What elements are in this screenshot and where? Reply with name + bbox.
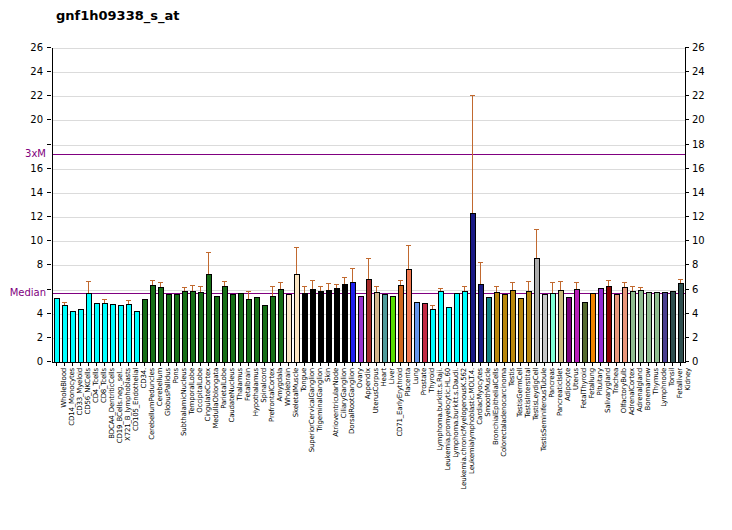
error-bar: [472, 95, 473, 213]
x-tick-mark: [324, 362, 332, 367]
y-tick-label: 20: [692, 114, 705, 125]
bar-FetalThyroid: [574, 289, 580, 362]
error-bar: [304, 286, 305, 293]
error-bar: [352, 268, 353, 282]
bar-slot: [205, 48, 213, 362]
y-tick-label: 20: [30, 114, 43, 125]
y-tick-label: 10: [30, 235, 43, 246]
error-bar-cap: [342, 277, 347, 278]
x-label-slot: Pancreas: [540, 368, 548, 528]
error-bar: [248, 291, 249, 299]
x-label-slot: TestisLeydigCell: [524, 368, 532, 528]
x-label-slot: Colorectaladenocarcinoma: [492, 368, 500, 528]
bar-Amygdala: [270, 296, 276, 362]
x-label-slot: BronchialEpithelialCells: [484, 368, 492, 528]
error-bar-cap: [102, 299, 107, 300]
bar-slot: [253, 48, 261, 362]
x-tick-mark: [364, 362, 372, 367]
error-bar-cap: [462, 286, 467, 287]
y-tick-label: 8: [692, 259, 698, 270]
bar-slot: [533, 48, 541, 362]
bar-Lung: [406, 269, 412, 362]
x-tick-mark: [268, 362, 276, 367]
x-tick-mark: [156, 362, 164, 367]
bar-slot: [365, 48, 373, 362]
bar-slot: [125, 48, 133, 362]
bar-slot: [525, 48, 533, 362]
bar-slot: [333, 48, 341, 362]
y-tick-label: 0: [692, 356, 698, 367]
x-label-slot: AtrioventricularNode: [324, 368, 332, 528]
x-label-slot: Leukemia.promyelocytic.HL.60: [436, 368, 444, 528]
bar-slot: [149, 48, 157, 362]
error-bar-cap: [270, 286, 275, 287]
error-bar-cap: [510, 282, 515, 283]
x-label-slot: SubthalamicNucleus: [172, 368, 180, 528]
error-bar-cap: [622, 282, 627, 283]
bar-slot: [197, 48, 205, 362]
error-bar-cap: [574, 282, 579, 283]
error-bar: [560, 281, 561, 289]
chart-title: gnf1h09338_s_at: [56, 8, 179, 23]
y-tick-label: 14: [30, 187, 43, 198]
x-label-slot: CD71_EarlyErythroid: [388, 368, 396, 528]
bar-CD14_Monocytes: [62, 305, 68, 362]
x-tick-mark: [596, 362, 604, 367]
x-tick-mark: [300, 362, 308, 367]
x-tick-mark: [196, 362, 204, 367]
x-tick-mark: [556, 362, 564, 367]
bar-Lymphoma.burkitt.s.Raji.: [430, 309, 436, 362]
y-tick-label: 24: [692, 66, 705, 77]
x-label-slot: Placenta: [396, 368, 404, 528]
x-tick-mark: [420, 362, 428, 367]
error-bar-cap: [526, 281, 531, 282]
bar-slot: [381, 48, 389, 362]
error-bar-cap: [62, 302, 67, 303]
error-bar-cap: [630, 286, 635, 287]
bar-CD34.: [134, 311, 140, 362]
bar-Thalamus: [230, 294, 236, 362]
x-tick-mark: [164, 362, 172, 367]
x-label-slot: SmoothMuscle: [476, 368, 484, 528]
error-bar-cap: [246, 291, 251, 292]
bar-slot: [589, 48, 597, 362]
bar-Prostate: [414, 302, 420, 362]
x-tick-mark: [500, 362, 508, 367]
x-tick-mark: [388, 362, 396, 367]
x-tick-mark: [308, 362, 316, 367]
x-label-slot: Spinalcord: [252, 368, 260, 528]
y-axis-left: 024810121416202224263xMMedian: [0, 48, 51, 362]
error-bar-cap: [350, 268, 355, 269]
error-bar-cap: [470, 95, 475, 96]
y-tick-mark: [47, 240, 51, 241]
x-label-slot: Tongue: [292, 368, 300, 528]
bar-PancreaticIslet: [550, 293, 556, 362]
x-label-slot: Testis: [500, 368, 508, 528]
y-tick-label: 12: [692, 211, 705, 222]
x-tick-mark: [628, 362, 636, 367]
bar-AtrioventricularNode: [326, 290, 332, 362]
x-tick-mark: [148, 362, 156, 367]
x-tick-mark: [580, 362, 588, 367]
x-tick-mark: [348, 362, 356, 367]
y-tick-mark: [47, 313, 51, 314]
error-bar-cap: [638, 287, 643, 288]
x-label-slot: CD56_NKCells: [76, 368, 84, 528]
x-label-slot: CerebellumPeduncles: [140, 368, 148, 528]
x-tick-mark: [220, 362, 228, 367]
bar-Wholebrain: [278, 289, 284, 362]
bar-Trachea: [606, 286, 612, 362]
bar-slot: [661, 48, 669, 362]
x-tick-mark: [188, 362, 196, 367]
x-tick-mark: [172, 362, 180, 367]
error-bar-cap: [150, 280, 155, 281]
bar-slot: [229, 48, 237, 362]
x-tick-mark: [508, 362, 516, 367]
bar-slot: [445, 48, 453, 362]
error-bar: [528, 281, 529, 291]
bar-slot: [541, 48, 549, 362]
bar-Pancreas: [542, 294, 548, 362]
y-tick-label: 14: [692, 187, 705, 198]
y-tick-label: 24: [30, 66, 43, 77]
bar-slot: [677, 48, 685, 362]
